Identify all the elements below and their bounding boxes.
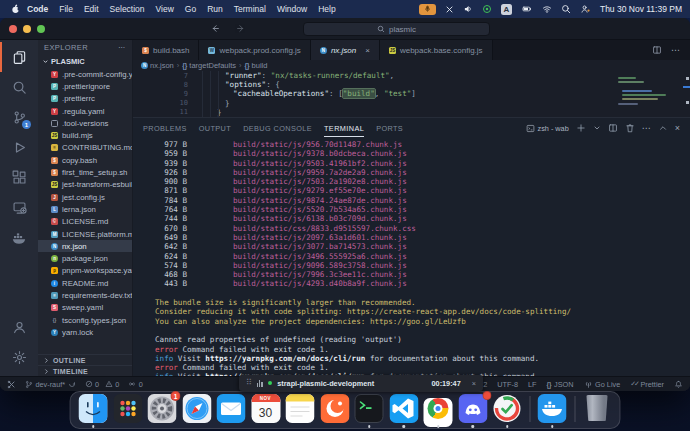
volume-icon[interactable] [463,4,473,14]
panel-tab-ports[interactable]: PORTS [376,120,403,137]
more-actions-icon[interactable]: ⋯ [671,46,680,55]
tab-build-bash[interactable]: $build.bash [133,40,199,60]
breadcrumb-item-targetdefaults[interactable]: {}targetDefaults [182,61,236,70]
dock-item-vscode[interactable] [389,394,418,423]
minimize-window-button[interactable] [23,25,31,33]
file-row-build-mjs[interactable]: JSbuild.mjs [38,129,132,141]
tools-icon[interactable] [7,380,16,389]
panel-tab-problems[interactable]: PROBLEMS [143,120,187,137]
dock-item-terminal[interactable] [355,394,384,423]
stats-icon[interactable] [482,4,492,14]
statusbar-json[interactable]: {}JSON [547,380,574,389]
wifi-icon[interactable] [542,4,552,14]
file-row-yarn-lock[interactable]: Yyarn.lock [38,326,132,338]
terminal-output[interactable]: 977 Bbuild/static/js/956.70d11487.chunk.… [133,138,690,376]
close-x-icon[interactable]: × [675,124,680,133]
activitybar-search-side[interactable] [0,72,38,102]
code-editor[interactable]: 7"runner": "nx/tasks-runners/default",8"… [133,71,690,117]
panel-tab-terminal[interactable]: TERMINAL [324,120,364,137]
activitybar-scm[interactable]: 1 [0,102,38,132]
menu-item-go[interactable]: Go [185,4,196,14]
sidebar-section-timeline[interactable]: TIMELINE [38,365,132,376]
chev-down-icon[interactable] [593,124,601,132]
battery-icon[interactable] [521,4,533,14]
project-section-header[interactable]: PLASMIC [38,55,132,68]
tab-webpack-base-config-js[interactable]: JSwebpack.base.config.js [380,40,493,60]
file-row-readme-md[interactable]: iREADME.md [38,277,132,289]
file-row--tool-versions[interactable]: .tool-versions [38,117,132,129]
sidebar-section-outline[interactable]: OUTLINE [38,354,132,365]
activitybar-debug[interactable] [0,132,38,162]
user-switch-icon[interactable] [580,4,591,14]
dock-item-postman[interactable] [320,394,349,423]
dock-item-docker[interactable] [538,394,567,423]
menu-item-code[interactable]: Code [27,4,48,14]
dock-item-launchpad[interactable] [113,394,142,423]
file-row-sweep-yaml[interactable]: Ssweep.yaml [38,302,132,314]
file-row--prettierignore[interactable]: P.prettierignore [38,80,132,92]
dock-item-chrome[interactable] [424,394,453,423]
search-icon[interactable] [561,4,571,14]
breadcrumb-item-build[interactable]: {}build [245,61,268,70]
file-row-requirements-dev-txt[interactable]: ≡requirements-dev.txt [38,289,132,301]
file-row-lerna-json[interactable]: Llerna.json [38,203,132,215]
close-icon[interactable]: × [365,46,370,55]
trash-icon[interactable] [625,123,635,133]
file-row-license-platform-md[interactable]: MLICENSE.platform.md [38,228,132,240]
file-row--pre-commit-config-y-[interactable]: Y.pre-commit-config.y... [38,68,132,80]
notifications-bell-icon[interactable] [674,380,683,389]
input-source-icon[interactable]: A [501,4,512,15]
panel-tab-debug-console[interactable]: DEBUG CONSOLE [243,120,312,137]
tab-nx-json[interactable]: Nnx.json× [311,40,380,60]
minimap-slider[interactable] [683,86,690,88]
window-titlebar[interactable]: plasmic [0,18,690,40]
more-icon[interactable]: ⋯ [642,124,651,133]
menu-item-run[interactable]: Run [207,4,223,14]
back-arrow-icon[interactable] [210,24,220,33]
zoom-window-button[interactable] [37,25,45,33]
apple-menu-icon[interactable] [10,3,21,15]
minimap[interactable] [616,73,680,115]
terminal-instance-label[interactable]: zsh - wab [526,124,569,133]
forward-arrow-icon[interactable] [236,24,246,33]
mic-icon[interactable] [419,4,436,15]
file-row-nx-json[interactable]: Nnx.json [38,240,132,252]
sidebar-more-icon[interactable]: ⋯ [118,43,126,52]
activitybar-gear[interactable] [0,342,38,372]
panel-tab-output[interactable]: OUTPUT [199,120,231,137]
menu-item-terminal[interactable]: Terminal [234,4,266,14]
git-branch-indicator[interactable]: dev-rauf* [25,380,76,389]
dock-item-discord[interactable] [458,394,487,423]
menu-item-edit[interactable]: Edit [84,4,99,14]
menu-item-view[interactable]: View [156,4,174,14]
chev-up-icon[interactable] [658,123,668,133]
statusbar-prettier[interactable]: ✓✓Prettier [630,380,664,389]
close-icon[interactable]: × [472,379,476,388]
statusbar-go-live[interactable]: Go Live [584,380,621,389]
breadcrumb-item-nx.json[interactable]: Nnx.json [141,61,174,70]
file-row-pnpm-workspace-yaml[interactable]: ppnpm-workspace.yaml [38,265,132,277]
file-row-jest-transform-esbuil-[interactable]: JSjest-transform-esbuil... [38,179,132,191]
command-search-box[interactable]: plasmic [303,22,490,36]
dock-item-settings[interactable]: 1 [148,394,177,423]
dock-item-notes[interactable] [286,394,315,423]
menu-item-selection[interactable]: Selection [110,4,145,14]
file-row-jest-config-js[interactable]: Jjest.config.js [38,191,132,203]
file-row-first-time-setup-sh[interactable]: $first_time_setup.sh [38,166,132,178]
activitybar-account[interactable] [0,312,38,342]
dock-item-trash[interactable] [583,394,612,423]
activitybar-remote[interactable] [0,192,38,222]
problems-indicator[interactable]: 0 0 [85,380,120,389]
time-tracker-overlay[interactable]: ⠿ strapi-plasmic-development 00:19:47 × [239,375,483,391]
menu-item-help[interactable]: Help [318,4,335,14]
file-row-tsconfig-types-json[interactable]: {}tsconfig.types.json [38,314,132,326]
statusbar-lf[interactable]: LF [528,380,537,389]
split-editor-icon[interactable] [652,45,662,55]
ports-indicator[interactable]: 0 [128,380,143,389]
menubar-clock[interactable]: Thu 30 Nov 11:39 PM [600,4,682,14]
file-row--prettierrc[interactable]: P.prettierrc [38,93,132,105]
dock-item-mail[interactable] [217,394,246,423]
close-window-button[interactable] [9,25,17,33]
dock-item-timer-app[interactable] [493,394,522,423]
dock-item-safari[interactable] [182,394,211,423]
